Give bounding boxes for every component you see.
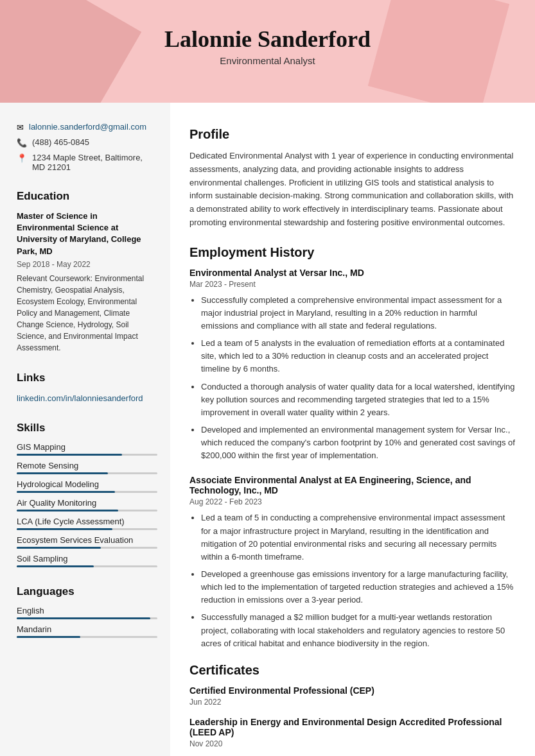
cert-title: Leadership in Energy and Environmental D…: [189, 717, 516, 737]
cert-date: Nov 2020: [189, 739, 516, 748]
job-title: Associate Environmental Analyst at EA En…: [189, 475, 516, 495]
skill-name: Soil Sampling: [17, 554, 157, 563]
certificates-list: Certified Environmental Professional (CE…: [189, 685, 516, 748]
skill-bar-bg: [17, 510, 157, 511]
job-bullet: Led a team of 5 analysts in the evaluati…: [201, 337, 516, 375]
profile-section-title: Profile: [189, 127, 516, 142]
employment-section-title: Employment History: [189, 245, 516, 260]
skill-item: Hydrological Modeling: [17, 479, 157, 493]
job-block: Associate Environmental Analyst at EA En…: [189, 475, 516, 649]
job-bullet: Successfully managed a $2 million budget…: [201, 611, 516, 649]
education-title: Education: [17, 190, 157, 203]
language-bar-bg: [17, 636, 157, 638]
skills-section: Skills GIS Mapping Remote Sensing Hydrol…: [17, 422, 157, 567]
job-bullet: Developed and implemented an environment…: [201, 424, 516, 462]
cert-date: Jun 2022: [189, 698, 516, 707]
phone-icon: 📞: [17, 138, 27, 148]
edu-coursework: Relevant Coursework: Environmental Chemi…: [17, 273, 157, 354]
phone-number: (488) 465-0845: [32, 137, 89, 147]
skill-item: Remote Sensing: [17, 461, 157, 474]
certificates-section-title: Certificates: [189, 663, 516, 678]
coursework-text: Environmental Chemistry, Geospatial Anal…: [17, 274, 144, 352]
skill-bar-bg: [17, 472, 157, 474]
skill-bar-fill: [17, 454, 122, 456]
links-title: Links: [17, 372, 157, 384]
skill-bar-fill: [17, 472, 108, 474]
languages-section: Languages English Mandarin: [17, 585, 157, 638]
language-name: English: [17, 606, 157, 615]
cert-title: Certified Environmental Professional (CE…: [189, 685, 516, 696]
job-bullet: Led a team of 5 in conducting a comprehe…: [201, 511, 516, 563]
language-bar-bg: [17, 617, 157, 619]
job-bullets-list: Led a team of 5 in conducting a comprehe…: [189, 511, 516, 649]
skill-bar-fill: [17, 547, 101, 549]
skill-bar-bg: [17, 565, 157, 567]
address-text: 1234 Maple Street, Baltimore, MD 21201: [32, 153, 157, 172]
skill-item: GIS Mapping: [17, 442, 157, 456]
location-icon: 📍: [17, 153, 27, 163]
certificates-section: Certificates Certified Environmental Pro…: [189, 663, 516, 748]
main-content: Profile Dedicated Environmental Analyst …: [170, 103, 535, 756]
email-icon: ✉: [17, 123, 24, 132]
skill-bar-fill: [17, 528, 112, 530]
skills-title: Skills: [17, 422, 157, 434]
profile-text: Dedicated Environmental Analyst with 1 y…: [189, 150, 516, 230]
job-bullet: Conducted a thorough analysis of water q…: [201, 381, 516, 419]
skill-bar-fill: [17, 510, 118, 511]
job-date: Mar 2023 - Present: [189, 280, 516, 289]
edu-date: Sep 2018 - May 2022: [17, 260, 157, 269]
certificate-block: Certified Environmental Professional (CE…: [189, 685, 516, 707]
employment-section: Employment History Environmental Analyst…: [189, 245, 516, 650]
skill-bar-bg: [17, 547, 157, 549]
resume-container: Lalonnie Sanderford Environmental Analys…: [0, 0, 535, 756]
job-title: Environmental Analyst at Versar Inc., MD: [189, 268, 516, 278]
language-name: Mandarin: [17, 624, 157, 634]
skill-bar-bg: [17, 454, 157, 456]
skill-item: LCA (Life Cycle Assessment): [17, 517, 157, 530]
email-link[interactable]: lalonnie.sanderford@gmail.com: [29, 122, 146, 132]
skill-name: GIS Mapping: [17, 442, 157, 452]
candidate-title: Environmental Analyst: [0, 55, 535, 66]
skill-name: Hydrological Modeling: [17, 479, 157, 489]
language-bar-fill: [17, 617, 150, 619]
contact-phone: 📞 (488) 465-0845: [17, 137, 157, 148]
skill-name: LCA (Life Cycle Assessment): [17, 517, 157, 526]
edu-degree: Master of Science in Environmental Scien…: [17, 210, 157, 257]
header-banner: Lalonnie Sanderford Environmental Analys…: [0, 0, 535, 103]
skill-name: Air Quality Monitoring: [17, 498, 157, 508]
language-item: English: [17, 606, 157, 619]
job-block: Environmental Analyst at Versar Inc., MD…: [189, 268, 516, 463]
body-layout: ✉ lalonnie.sanderford@gmail.com 📞 (488) …: [0, 103, 535, 756]
skill-bar-bg: [17, 528, 157, 530]
languages-title: Languages: [17, 585, 157, 598]
job-bullet: Successfully completed a comprehensive e…: [201, 294, 516, 332]
header-content: Lalonnie Sanderford Environmental Analys…: [0, 26, 535, 66]
candidate-name: Lalonnie Sanderford: [0, 26, 535, 53]
skill-item: Air Quality Monitoring: [17, 498, 157, 511]
contact-address: 📍 1234 Maple Street, Baltimore, MD 21201: [17, 153, 157, 172]
skill-name: Remote Sensing: [17, 461, 157, 470]
profile-section: Profile Dedicated Environmental Analyst …: [189, 127, 516, 230]
job-date: Aug 2022 - Feb 2023: [189, 497, 516, 506]
links-section: Links linkedin.com/in/lalonniesanderford: [17, 372, 157, 404]
contact-section: ✉ lalonnie.sanderford@gmail.com 📞 (488) …: [17, 122, 157, 172]
skill-item: Ecosystem Services Evaluation: [17, 535, 157, 549]
contact-email: ✉ lalonnie.sanderford@gmail.com: [17, 122, 157, 132]
employment-list: Environmental Analyst at Versar Inc., MD…: [189, 268, 516, 650]
skills-list: GIS Mapping Remote Sensing Hydrological …: [17, 442, 157, 567]
coursework-label: Relevant Coursework:: [17, 274, 92, 283]
language-bar-fill: [17, 636, 80, 638]
languages-list: English Mandarin: [17, 606, 157, 638]
certificate-block: Leadership in Energy and Environmental D…: [189, 717, 516, 748]
skill-bar-bg: [17, 491, 157, 493]
linkedin-link[interactable]: linkedin.com/in/lalonniesanderford: [17, 393, 143, 403]
job-bullets-list: Successfully completed a comprehensive e…: [189, 294, 516, 463]
sidebar: ✉ lalonnie.sanderford@gmail.com 📞 (488) …: [0, 103, 170, 756]
skill-bar-fill: [17, 565, 94, 567]
skill-bar-fill: [17, 491, 115, 493]
skill-name: Ecosystem Services Evaluation: [17, 535, 157, 545]
education-section: Education Master of Science in Environme…: [17, 190, 157, 354]
skill-item: Soil Sampling: [17, 554, 157, 567]
language-item: Mandarin: [17, 624, 157, 638]
job-bullet: Developed a greenhouse gas emissions inv…: [201, 568, 516, 606]
